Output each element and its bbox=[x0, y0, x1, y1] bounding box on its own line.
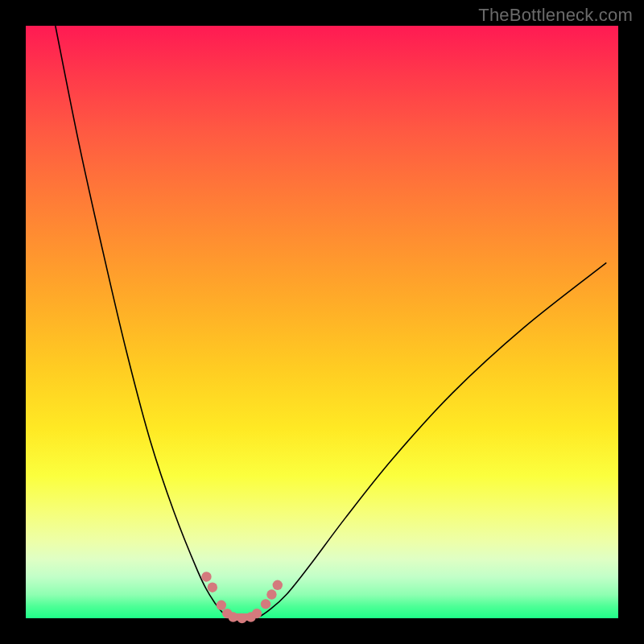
bead-marker bbox=[217, 601, 226, 610]
chart-frame: TheBottleneck.com bbox=[0, 0, 644, 644]
left-curve bbox=[56, 26, 257, 619]
bead-marker bbox=[266, 589, 276, 599]
bead-marker bbox=[261, 599, 270, 609]
bead-marker bbox=[201, 572, 211, 581]
curves-svg bbox=[26, 26, 618, 618]
bead-marker bbox=[208, 583, 217, 592]
plot-area bbox=[26, 26, 618, 618]
bead-marker bbox=[252, 609, 262, 618]
bead-markers bbox=[201, 572, 283, 623]
bead-marker bbox=[237, 613, 246, 623]
bead-marker bbox=[273, 580, 283, 590]
right-curve bbox=[256, 262, 606, 618]
bead-marker bbox=[228, 612, 237, 621]
watermark-text: TheBottleneck.com bbox=[478, 5, 633, 26]
